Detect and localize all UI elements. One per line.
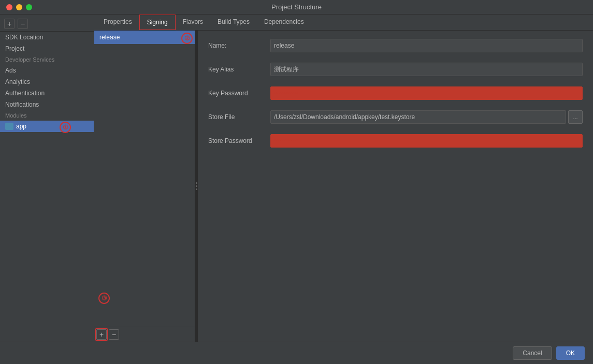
resize-dot xyxy=(196,188,197,190)
main-layout: + − SDK Location Project Developer Servi… xyxy=(0,14,593,364)
form-pane: Name: Key Alias Key Password xyxy=(198,31,593,342)
close-button[interactable] xyxy=(6,4,12,10)
browse-button[interactable]: ... xyxy=(568,110,583,124)
right-panel: Properties Signing Flavors Build Types D… xyxy=(94,14,593,342)
resize-dot xyxy=(196,182,197,184)
name-label: Name: xyxy=(208,42,270,49)
store-file-input-row: ... xyxy=(270,110,583,124)
key-password-label: Key Password xyxy=(208,90,270,97)
annotation-1: ① xyxy=(60,122,71,133)
annotation-2: ② xyxy=(181,33,193,44)
cancel-button[interactable]: Cancel xyxy=(513,346,552,360)
form-row-store-password: Store Password xyxy=(208,134,583,148)
list-item-release[interactable]: release ② xyxy=(94,31,195,44)
sidebar-item-notifications[interactable]: Notifications xyxy=(0,99,94,110)
sidebar-top-row: + − xyxy=(0,17,94,32)
form-row-key-alias: Key Alias xyxy=(208,63,583,76)
content-area: + − SDK Location Project Developer Servi… xyxy=(0,14,593,342)
minimize-button[interactable] xyxy=(16,4,22,10)
tab-build-types[interactable]: Build Types xyxy=(210,14,257,30)
tab-properties[interactable]: Properties xyxy=(96,14,139,30)
sidebar-item-sdk-location[interactable]: SDK Location xyxy=(0,32,94,43)
module-icon xyxy=(5,123,13,130)
window-controls xyxy=(6,4,32,10)
key-password-input[interactable] xyxy=(270,86,583,100)
bottom-bar: Cancel OK xyxy=(0,342,593,364)
titlebar: Project Structure xyxy=(0,0,593,14)
sidebar-item-authentication[interactable]: Authentication xyxy=(0,88,94,99)
key-alias-label: Key Alias xyxy=(208,66,270,73)
list-add-button[interactable]: + xyxy=(96,329,107,340)
list-pane-content: release ② xyxy=(94,31,195,168)
sidebar-add-button[interactable]: + xyxy=(4,19,15,29)
tab-dependencies[interactable]: Dependencies xyxy=(257,14,311,30)
form-row-key-password: Key Password xyxy=(208,86,583,100)
split-pane: release ② ③ + − xyxy=(94,31,593,342)
resize-dots xyxy=(196,182,197,190)
sidebar-remove-button[interactable]: − xyxy=(18,19,28,29)
store-file-label: Store File xyxy=(208,113,270,121)
annotation-3: ③ xyxy=(98,293,110,304)
ok-button[interactable]: OK xyxy=(556,346,585,360)
sidebar-section-developer-services: Developer Services xyxy=(0,54,94,65)
sidebar: + − SDK Location Project Developer Servi… xyxy=(0,14,94,342)
list-pane: release ② ③ + − xyxy=(94,31,195,342)
store-file-input[interactable] xyxy=(270,110,566,124)
resize-dot xyxy=(196,185,197,187)
sidebar-item-project[interactable]: Project xyxy=(0,43,94,54)
key-alias-input[interactable] xyxy=(270,63,583,76)
maximize-button[interactable] xyxy=(26,4,32,10)
window-title: Project Structure xyxy=(271,3,322,11)
sidebar-section-modules: Modules xyxy=(0,110,94,121)
tab-flavors[interactable]: Flavors xyxy=(176,14,210,30)
svg-rect-1 xyxy=(6,124,9,126)
list-pane-bottom: + − xyxy=(94,327,195,342)
store-password-label: Store Password xyxy=(208,137,270,144)
tabs-bar: Properties Signing Flavors Build Types D… xyxy=(94,14,593,31)
form-row-store-file: Store File ... xyxy=(208,110,583,124)
name-input[interactable] xyxy=(270,39,583,52)
sidebar-item-app[interactable]: app ① xyxy=(0,121,94,132)
list-remove-button[interactable]: − xyxy=(109,329,119,340)
sidebar-item-analytics[interactable]: Analytics xyxy=(0,76,94,88)
sidebar-item-ads[interactable]: Ads xyxy=(0,65,94,76)
store-password-input[interactable] xyxy=(270,134,583,148)
tab-signing[interactable]: Signing xyxy=(139,14,176,30)
form-row-name: Name: xyxy=(208,39,583,52)
